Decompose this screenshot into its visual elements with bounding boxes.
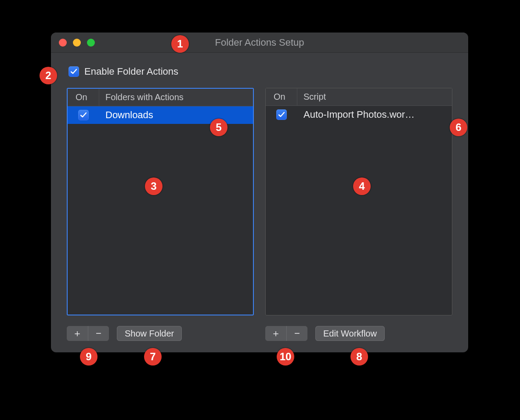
folder-actions-window: Folder Actions Setup Enable Folder Actio… bbox=[51, 33, 468, 352]
close-window-button[interactable] bbox=[59, 39, 67, 47]
minimize-window-button[interactable] bbox=[73, 39, 81, 47]
edit-workflow-button[interactable]: Edit Workflow bbox=[315, 326, 385, 341]
plus-icon: ＋ bbox=[72, 327, 82, 340]
lists-container: On Folders with Actions Downloads bbox=[67, 88, 452, 341]
scripts-column-headers: On Script bbox=[266, 88, 452, 106]
window-title: Folder Actions Setup bbox=[51, 37, 468, 48]
folders-on-header[interactable]: On bbox=[68, 89, 99, 106]
check-icon bbox=[278, 111, 285, 118]
folder-row-checkbox[interactable] bbox=[78, 110, 89, 120]
add-folder-button[interactable]: ＋ bbox=[67, 326, 88, 341]
window-controls bbox=[51, 39, 95, 47]
folders-name-header[interactable]: Folders with Actions bbox=[99, 89, 253, 106]
folders-rows: Downloads bbox=[68, 106, 253, 315]
script-row-checkbox[interactable] bbox=[276, 109, 287, 120]
check-icon bbox=[70, 68, 77, 75]
scripts-rows: Auto-Import Photos.wor… bbox=[266, 106, 452, 315]
minus-icon: − bbox=[96, 328, 101, 339]
enable-folder-actions-label: Enable Folder Actions bbox=[84, 66, 178, 77]
folders-pane: On Folders with Actions Downloads bbox=[67, 88, 254, 341]
scripts-on-header[interactable]: On bbox=[266, 88, 297, 105]
show-folder-button[interactable]: Show Folder bbox=[117, 326, 182, 341]
folder-row[interactable]: Downloads bbox=[68, 106, 253, 124]
zoom-window-button[interactable] bbox=[87, 39, 95, 47]
minus-icon: − bbox=[294, 328, 300, 339]
plus-icon: ＋ bbox=[271, 327, 281, 340]
folder-row-name: Downloads bbox=[99, 109, 253, 121]
titlebar[interactable]: Folder Actions Setup bbox=[51, 33, 468, 53]
scripts-pane: On Script Auto-Import Photos.wor… bbox=[265, 88, 452, 341]
scripts-toolbar: ＋ − Edit Workflow bbox=[265, 326, 452, 341]
folders-listbox[interactable]: On Folders with Actions Downloads bbox=[67, 88, 254, 315]
remove-folder-button[interactable]: − bbox=[88, 326, 109, 341]
folders-toolbar: ＋ − Show Folder bbox=[67, 326, 254, 341]
enable-folder-actions-row: Enable Folder Actions bbox=[69, 66, 452, 77]
enable-folder-actions-checkbox[interactable] bbox=[69, 66, 79, 77]
remove-script-button[interactable]: − bbox=[286, 326, 307, 341]
script-row-name: Auto-Import Photos.wor… bbox=[297, 109, 452, 120]
scripts-listbox[interactable]: On Script Auto-Import Photos.wor… bbox=[265, 88, 452, 315]
folders-add-remove-group: ＋ − bbox=[67, 326, 109, 341]
check-icon bbox=[80, 112, 87, 119]
scripts-add-remove-group: ＋ − bbox=[265, 326, 307, 341]
script-row[interactable]: Auto-Import Photos.wor… bbox=[266, 106, 452, 123]
window-body: Enable Folder Actions On Folders with Ac… bbox=[51, 53, 468, 352]
folders-column-headers: On Folders with Actions bbox=[68, 89, 253, 106]
scripts-name-header[interactable]: Script bbox=[297, 88, 452, 105]
add-script-button[interactable]: ＋ bbox=[265, 326, 286, 341]
